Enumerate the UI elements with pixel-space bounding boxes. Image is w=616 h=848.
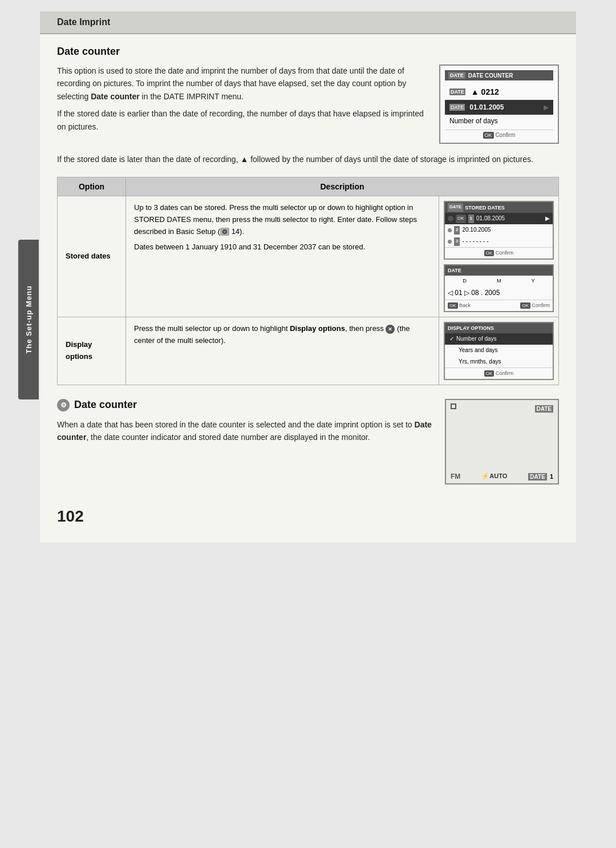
sd-date-1: 01.08.2005: [476, 214, 505, 223]
date-icon: DATE: [448, 72, 465, 79]
viewfinder-screen: DATE FM ⚡AUTO DATE 1: [445, 399, 559, 484]
display-desc-p1: Press the multi selector up or down to h…: [134, 323, 431, 347]
intro-para-1: This option is used to store the date an…: [57, 64, 428, 103]
y-label: Y: [531, 277, 534, 285]
options-table: Option Description Stored dates Up to 3 …: [57, 177, 559, 385]
section-title: Date Imprint: [57, 17, 110, 27]
screen-row-3: Number of days: [445, 115, 553, 127]
sd-confirm-label: Confirm: [496, 250, 514, 256]
do-row-1: ✓ Number of days: [445, 333, 553, 345]
page-number: 102: [57, 502, 559, 531]
intro-text: This option is used to store the date an…: [57, 64, 428, 138]
screen-display-cell: DISPLAY OPTIONS ✓ Number of days Years a…: [439, 317, 559, 385]
circle-x-icon: ✕: [386, 325, 395, 334]
screen-title-text: DATE COUNTER: [468, 72, 513, 79]
vf-date-box-bottom: DATE: [528, 473, 546, 480]
confirm-label-2: OK Confirm: [520, 301, 550, 310]
date-counter-heading-1: Date counter: [57, 46, 559, 58]
sd-row-1: OK 1 01.08.2005 ▶: [445, 213, 553, 224]
d-label: D: [463, 277, 467, 285]
sd-date-2: 20.10.2005: [462, 225, 491, 235]
do-confirm: OK Confirm: [445, 368, 553, 379]
confirm-label: Confirm: [495, 132, 515, 138]
checkmark-icon: ✓: [449, 334, 454, 344]
date-entry-confirm: OK Back OK Confirm: [445, 300, 553, 311]
header-bar: Date Imprint: [40, 11, 576, 34]
table-row: Stored dates Up to 3 dates can be stored…: [58, 196, 559, 317]
do-opt-3: Yrs, mnths, days: [459, 357, 501, 366]
icon-date-small: DATE: [449, 88, 465, 95]
table-row: Display options Press the multi selector…: [58, 317, 559, 385]
screen-confirm: OK Confirm: [445, 130, 553, 138]
back-icon: OK: [448, 302, 458, 309]
date-counter-screen-mockup: DATE DATE COUNTER DATE ▲ 0212 DATE 01.01…: [439, 64, 559, 144]
date-counter-section-2: ⚙ Date counter When a date that has been…: [57, 399, 559, 484]
vf-auto: ⚡AUTO: [481, 473, 507, 480]
sidebar-tab: The Set-up Menu: [18, 240, 39, 399]
confirm-icon-2: OK: [520, 302, 530, 309]
screen-stored-dates-cell: DATE STORED DATES OK 1 01.08.2005 ▶: [439, 196, 559, 317]
row2-date: 01.01.2005: [469, 103, 504, 111]
dot-2: [448, 240, 452, 244]
back-label: OK Back: [448, 301, 471, 310]
date-entry-screen: DATE D M Y ◁ 01 ▷ 08 . 2005: [444, 264, 554, 312]
screen-row-1: DATE ▲ 0212: [445, 84, 553, 100]
intro-section: This option is used to store the date an…: [57, 64, 559, 144]
date-counter-2-para: When a date that has been stored in the …: [57, 418, 433, 444]
do-row-3: Yrs, mnths, days: [445, 356, 553, 368]
row3-label: Number of days: [449, 117, 498, 125]
vf-fm: FM: [451, 473, 460, 480]
date-labels-row: D M Y: [445, 276, 553, 286]
sd-ok-btn: OK: [484, 250, 495, 256]
sd-num-3: 3: [454, 237, 460, 246]
ok-small: OK: [456, 215, 466, 223]
option-display: Display options: [58, 317, 126, 385]
date-counter-2-heading: ⚙ Date counter: [57, 399, 433, 411]
do-opt-1: Number of days: [456, 334, 497, 344]
display-options-screen: DISPLAY OPTIONS ✓ Number of days Years a…: [444, 322, 554, 380]
desc-p1: Up to 3 dates can be stored. Press the m…: [134, 202, 431, 237]
sd-title-text: STORED DATES: [465, 204, 505, 212]
sd-row-2: 2 20.10.2005: [445, 224, 553, 236]
date-counter-2-text: ⚙ Date counter When a date that has been…: [57, 399, 433, 444]
do-title: DISPLAY OPTIONS: [445, 323, 553, 333]
screen-row-2: DATE 01.01.2005 ▶: [445, 100, 553, 115]
do-opt-2: Years and days: [459, 346, 498, 355]
dot-1: [448, 228, 452, 232]
desc-stored-dates: Up to 3 dates can be stored. Press the m…: [126, 196, 439, 317]
desc-display: Press the multi selector up or down to h…: [126, 317, 439, 385]
row2-icon: DATE: [449, 104, 465, 111]
vf-top-right: DATE: [535, 403, 553, 413]
vf-num: DATE 1: [528, 473, 553, 480]
sd-num-2: 2: [454, 226, 460, 235]
sd-date-3: - - - - - - - -: [462, 237, 488, 246]
intro-para-2: If the stored date is earlier than the d…: [57, 107, 428, 133]
vf-counter-num: 1: [550, 473, 553, 480]
content-area: Date counter This option is used to stor…: [40, 46, 576, 543]
arrow-right-icon: ▶: [544, 103, 549, 111]
sd-confirm: OK Confirm: [445, 247, 553, 259]
vf-date-icon: DATE: [535, 405, 553, 413]
sidebar-tab-label: The Set-up Menu: [25, 285, 33, 354]
sd-row-3: 3 - - - - - - - -: [445, 236, 553, 247]
sd-arrow: ▶: [545, 214, 550, 223]
date-counter-2-title: Date counter: [74, 399, 137, 411]
sd-icon: DATE: [448, 203, 463, 212]
filled-circle: [448, 216, 453, 221]
do-ok-btn: OK: [484, 370, 495, 377]
option-stored-dates: Stored dates: [58, 196, 126, 317]
date-entry-title: DATE: [445, 265, 553, 276]
col-desc-header: Description: [126, 177, 559, 196]
full-text-para: If the stored date is later than the dat…: [57, 153, 559, 165]
ok-icon: OK: [483, 132, 494, 139]
display-options-label: Display options: [66, 340, 92, 361]
desc-p2: Dates between 1 January 1910 and 31 Dece…: [134, 241, 431, 253]
screen-title: DATE DATE COUNTER: [445, 70, 553, 80]
date-values-row: ◁ 01 ▷ 08 . 2005: [445, 286, 553, 300]
col-option-header: Option: [58, 177, 126, 196]
date-values: ◁ 01 ▷ 08 . 2005: [448, 288, 500, 298]
vf-top-left-dot: [451, 403, 456, 409]
do-row-2: Years and days: [445, 345, 553, 356]
do-confirm-label: Confirm: [496, 370, 514, 376]
vf-bottom: FM ⚡AUTO DATE 1: [446, 473, 558, 480]
